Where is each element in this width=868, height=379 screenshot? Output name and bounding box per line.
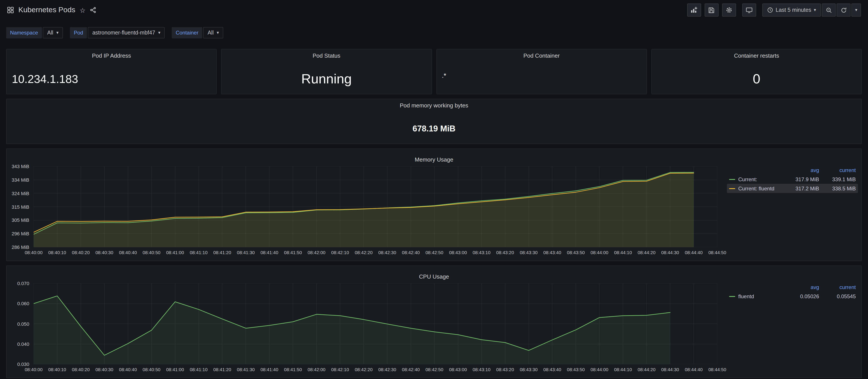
pod-ip-address-value: 10.234.1.183: [12, 73, 78, 85]
chart-svg: [34, 283, 717, 364]
panel-title: Pod IP Address: [6, 53, 216, 59]
panel-title: Container restarts: [652, 53, 862, 59]
variable-select-container[interactable]: All ▾: [203, 27, 223, 38]
save-dashboard-button[interactable]: [704, 3, 718, 17]
y-axis-labels: 343 MiB334 MiB324 MiB315 MiB305 MiB296 M…: [6, 166, 31, 247]
variable-value-text: astronomer-fluentd-mbf47: [92, 30, 155, 36]
legend-sort-current[interactable]: current: [819, 167, 856, 173]
x-axis-labels: 08:40:0008:40:1008:40:2008:40:3008:40:40…: [34, 367, 717, 374]
x-axis-tick: 08:41:00: [163, 367, 187, 372]
x-axis-tick: 08:42:00: [304, 367, 329, 372]
pod-memory-working-bytes-panel: Pod memory working bytes 678.19 MiB: [6, 99, 862, 144]
x-axis-tick: 08:43:20: [493, 367, 518, 372]
chevron-down-icon: ▾: [56, 31, 59, 35]
y-axis-tick: 0.040: [17, 342, 29, 347]
panel-title: Pod Status: [222, 53, 432, 59]
variable-value-text: All: [208, 30, 214, 36]
legend-series-name[interactable]: Current: fluentd: [729, 185, 782, 191]
chevron-down-icon: ▾: [158, 31, 160, 35]
time-range-picker[interactable]: Last 5 minutes ▾: [762, 3, 821, 17]
x-axis-tick: 08:43:10: [469, 367, 494, 372]
variable-select-pod[interactable]: astronomer-fluentd-mbf47 ▾: [88, 27, 165, 38]
legend-sort-avg[interactable]: avg: [782, 167, 819, 173]
x-axis-tick: 08:44:00: [587, 367, 612, 372]
chart-legend: avgcurrentfluentd0.050260.05545: [727, 283, 858, 301]
variable-label-namespace: Namespace: [6, 27, 42, 38]
series-color-dash: [729, 296, 735, 297]
legend-series-name[interactable]: Current:: [729, 176, 782, 182]
x-axis-tick: 08:42:10: [328, 367, 352, 372]
x-axis-tick: 08:44:50: [705, 367, 730, 372]
x-axis-tick: 08:44:40: [681, 367, 706, 372]
plot-area[interactable]: [34, 283, 717, 364]
x-axis-tick: 08:41:20: [210, 250, 235, 255]
panel-title: Pod Container: [437, 53, 647, 59]
cycle-view-mode-button[interactable]: [742, 3, 756, 17]
dashboard-settings-button[interactable]: [722, 3, 736, 17]
legend-series-label: Current: fluentd: [738, 185, 774, 191]
save-icon: [708, 7, 715, 13]
memory-usage-panel: Memory Usage 343 MiB334 MiB324 MiB315 Mi…: [6, 149, 862, 261]
x-axis-tick: 08:44:50: [705, 250, 730, 255]
x-axis-tick: 08:40:00: [22, 367, 46, 372]
legend-header-row: avgcurrent: [727, 165, 858, 175]
x-axis-tick: 08:43:00: [446, 367, 470, 372]
x-axis-tick: 08:40:20: [69, 367, 93, 372]
x-axis-tick: 08:40:40: [116, 250, 140, 255]
legend-sort-avg[interactable]: avg: [782, 284, 819, 290]
pod-memory-working-bytes-value: 678.19 MiB: [412, 124, 456, 134]
pod-status-value: Running: [301, 72, 352, 87]
refresh-button[interactable]: [837, 3, 850, 17]
legend-row: fluentd0.050260.05545: [727, 292, 858, 301]
dashboard-header: Kubernetes Pods ☆: [0, 0, 868, 20]
legend-series-name[interactable]: fluentd: [729, 293, 782, 299]
x-axis-tick: 08:41:40: [257, 367, 282, 372]
add-panel-button[interactable]: [687, 3, 701, 17]
zoom-out-time-button[interactable]: [822, 3, 836, 17]
legend-avg-value: 0.05026: [782, 293, 819, 299]
y-axis-tick: 0.030: [17, 361, 29, 367]
x-axis-tick: 08:42:20: [351, 367, 376, 372]
zoom-out-icon: [826, 7, 832, 13]
x-axis-tick: 08:43:40: [540, 367, 564, 372]
x-axis-tick: 08:44:40: [681, 250, 706, 255]
stat-panels-row: Pod IP Address 10.234.1.183 Pod Status R…: [6, 49, 862, 94]
x-axis-tick: 08:40:50: [140, 250, 164, 255]
variables-bar: Namespace All ▾ Pod astronomer-fluentd-m…: [0, 27, 868, 38]
x-axis-tick: 08:42:30: [375, 367, 400, 372]
chevron-down-icon: ▾: [814, 8, 816, 12]
x-axis-tick: 08:41:40: [257, 250, 282, 255]
x-axis-tick: 08:42:40: [399, 250, 423, 255]
x-axis-labels: 08:40:0008:40:1008:40:2008:40:3008:40:40…: [34, 250, 717, 257]
x-axis-tick: 08:41:50: [281, 250, 305, 255]
refresh-interval-dropdown[interactable]: ▾: [851, 3, 861, 17]
y-axis-tick: 343 MiB: [11, 164, 29, 169]
x-axis-tick: 08:42:10: [328, 250, 352, 255]
variable-label-pod: Pod: [70, 27, 87, 38]
variable-label-container: Container: [172, 27, 202, 38]
time-range-label: Last 5 minutes: [776, 7, 811, 13]
dashboard-root: Kubernetes Pods ☆: [0, 0, 868, 379]
variable-container: Container All ▾: [172, 27, 223, 38]
x-axis-tick: 08:42:40: [399, 367, 423, 372]
star-favorite-icon[interactable]: ☆: [80, 7, 86, 13]
apps-grid-icon[interactable]: [7, 6, 14, 13]
legend-row: Current:317.9 MiB339.1 MiB: [727, 175, 858, 184]
x-axis-tick: 08:44:30: [658, 367, 682, 372]
refresh-icon: [840, 7, 847, 13]
plot-area[interactable]: [34, 166, 717, 247]
x-axis-tick: 08:40:20: [69, 250, 93, 255]
y-axis-tick: 0.050: [17, 321, 29, 326]
x-axis-tick: 08:42:00: [304, 250, 329, 255]
variable-select-namespace[interactable]: All ▾: [43, 27, 63, 38]
legend-sort-current[interactable]: current: [819, 284, 856, 290]
clock-icon: [767, 7, 773, 13]
share-icon[interactable]: [90, 7, 96, 13]
x-axis-tick: 08:41:30: [234, 250, 258, 255]
variable-namespace: Namespace All ▾: [6, 27, 63, 38]
x-axis-tick: 08:43:30: [517, 367, 541, 372]
x-axis-tick: 08:44:20: [634, 250, 659, 255]
legend-header-row: avgcurrent: [727, 283, 858, 292]
series-color-dash: [729, 188, 735, 189]
x-axis-tick: 08:43:50: [563, 250, 588, 255]
